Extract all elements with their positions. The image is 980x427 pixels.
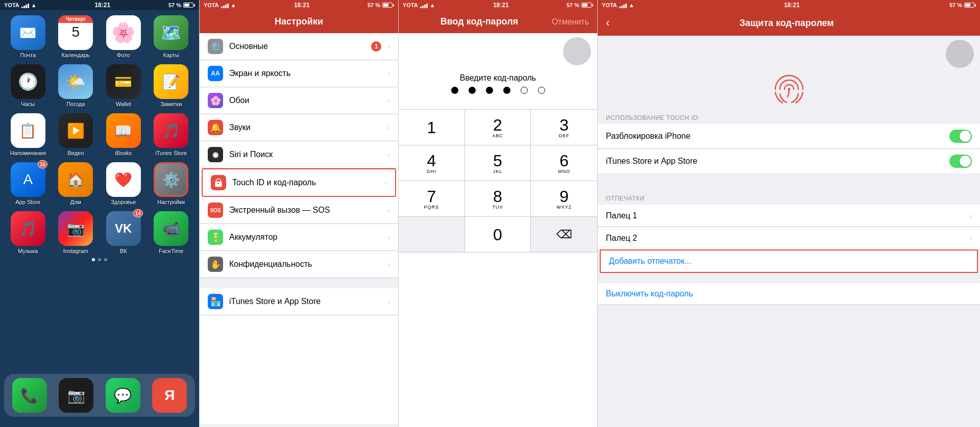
dock: 📞 📷 💬 Я (4, 370, 195, 427)
settings-item-privacy[interactable]: ✋ Конфиденциальность › (200, 251, 398, 278)
itunes-store-item[interactable]: iTunes Store и App Store (598, 149, 980, 173)
dot-3 (486, 87, 493, 94)
app-mail[interactable]: ✉️ Почта (6, 15, 50, 58)
finger2-label: Палец 2 (606, 234, 969, 243)
itunes-toggle[interactable] (949, 155, 972, 168)
settings-item-battery[interactable]: 🔋 Аккумулятор › (200, 224, 398, 251)
finger1-item[interactable]: Палец 1 › (598, 205, 980, 227)
app-clock[interactable]: 🕐 Часы (6, 64, 50, 107)
key-1[interactable]: 1 (399, 110, 465, 145)
key-4[interactable]: 4 GHI (399, 145, 465, 181)
dock-camera[interactable]: 📷 (55, 378, 98, 413)
settings-title: Настройки (275, 16, 323, 27)
app-calendar[interactable]: Четверг 5 Календарь (54, 15, 98, 58)
add-fingerprint-label: Добавить отпечаток... (609, 257, 691, 265)
app-instagram[interactable]: 📷 Instagram (54, 211, 98, 254)
battery-label: Аккумулятор (229, 233, 381, 242)
sos-label: Экстренный вызов — SOS (229, 206, 381, 215)
key-8[interactable]: 8 TUV (465, 181, 531, 217)
app-ibooks[interactable]: 📖 iBooks (102, 113, 145, 156)
app-music[interactable]: 🎵 Музыка (6, 211, 50, 254)
app-videos[interactable]: ▶️ Видео (54, 113, 98, 156)
passcode-top-area (399, 33, 597, 65)
app-notes[interactable]: 📝 Заметки (150, 64, 193, 107)
wifi-icon-p: ▲ (430, 2, 435, 8)
time-settings: 18:21 (294, 2, 310, 9)
app-wallet[interactable]: 💳 Wallet (102, 64, 145, 107)
key-7[interactable]: 7 PQRS (399, 181, 465, 217)
passcode-cancel-btn[interactable]: Отменить (552, 17, 589, 27)
app-grid: ✉️ Почта Четверг 5 Календарь 🌸 Фото 🗺️ К… (4, 15, 195, 254)
settings-item-sounds[interactable]: 🔔 Звуки › (200, 114, 398, 141)
disable-passcode-label: Выключить код-пароль (606, 289, 693, 298)
app-health[interactable]: ❤️ Здоровье (102, 162, 145, 205)
siri-label: Siri и Поиск (229, 150, 381, 159)
settings-screen: YOTA ▲ 18:21 57 % Настройки ⚙️ Основные … (199, 0, 398, 427)
itunes-appstore-chevron: › (387, 297, 390, 306)
sounds-label: Звуки (229, 123, 381, 132)
status-right-t: 57 % (949, 2, 976, 8)
key-0[interactable]: 0 (465, 217, 531, 253)
finger2-item[interactable]: Палец 2 › (598, 227, 980, 249)
app-settings[interactable]: ⚙️ Настройки (150, 162, 193, 205)
itunes-store-label: iTunes Store и App Store (606, 157, 949, 166)
prints-header: ОТПЕЧАТКИ (598, 191, 980, 205)
unlock-iphone-item[interactable]: Разблокировка iPhone (598, 124, 980, 149)
key-9[interactable]: 9 WXYZ (531, 181, 597, 217)
settings-item-display[interactable]: AA Экран и яркость › (200, 60, 398, 87)
battery-chevron: › (387, 233, 390, 241)
passcode-title: Ввод код-пароля (407, 16, 552, 27)
basic-label: Основные (229, 42, 365, 51)
sounds-chevron: › (387, 123, 390, 132)
dock-yandex[interactable]: Я (149, 378, 191, 413)
settings-item-basic[interactable]: ⚙️ Основные 1 › (200, 33, 398, 60)
key-2[interactable]: 2 АВС (465, 110, 531, 145)
passcode-prompt-area: Введите код-пароль (399, 65, 597, 87)
section-gap-1 (598, 173, 980, 191)
passcode-avatar (563, 37, 591, 65)
dot-2 (469, 87, 476, 94)
home-content: ✉️ Почта Четверг 5 Календарь 🌸 Фото 🗺️ К… (0, 10, 199, 427)
back-button[interactable]: ‹ (606, 16, 609, 30)
signal-icon (21, 3, 29, 8)
key-6[interactable]: 6 MNO (531, 145, 597, 181)
app-reminders[interactable]: 📋 Напоминания (6, 113, 50, 156)
status-left: YOTA ▲ (4, 2, 37, 8)
dock-whatsapp[interactable]: 💬 (102, 378, 144, 413)
app-photos[interactable]: 🌸 Фото (102, 15, 145, 58)
status-bar-passcode: YOTA ▲ 18:21 57 % (399, 0, 597, 10)
battery-icon-s (382, 3, 394, 8)
add-fingerprint-item[interactable]: Добавить отпечаток... (600, 249, 978, 273)
key-3[interactable]: 3 DEF (531, 110, 597, 145)
privacy-label: Конфиденциальность (229, 260, 381, 269)
carrier-passcode: YOTA (403, 2, 418, 8)
app-facetime[interactable]: 📹 FaceTime (150, 211, 193, 254)
app-itunes[interactable]: 🎵 iTunes Store (150, 113, 193, 156)
settings-item-wallpaper[interactable]: 🌸 Обои › (200, 87, 398, 114)
status-right-s: 57 % (368, 2, 394, 8)
unlock-toggle[interactable] (949, 130, 972, 143)
app-weather[interactable]: 🌤️ Погода (54, 64, 98, 107)
sounds-icon: 🔔 (208, 120, 223, 135)
app-vk[interactable]: VK 14 ВК (102, 211, 145, 254)
app-maps[interactable]: 🗺️ Карты (150, 15, 193, 58)
settings-item-sos[interactable]: SOS Экстренный вызов — SOS › (200, 197, 398, 224)
settings-item-itunes-appstore[interactable]: 🏪 iTunes Store и App Store › (200, 288, 398, 315)
dock-phone[interactable]: 📞 (8, 378, 51, 413)
settings-item-siri[interactable]: ◉ Siri и Поиск › (200, 141, 398, 168)
disable-passcode-item[interactable]: Выключить код-пароль (598, 283, 980, 305)
wallpaper-chevron: › (387, 96, 390, 105)
key-5[interactable]: 5 JKL (465, 145, 531, 181)
touchid-chevron: › (384, 179, 387, 187)
battery-pct-settings: 57 % (368, 2, 380, 8)
settings-item-touchid[interactable]: Touch ID и код-пароль › (202, 168, 396, 197)
prints-label: ОТПЕЧАТКИ (606, 195, 645, 202)
app-appstore[interactable]: A 16 App Store (6, 162, 50, 205)
display-label: Экран и яркость (229, 69, 381, 78)
key-delete[interactable]: ⌫ (531, 217, 597, 253)
app-home2[interactable]: 🏠 Дом (54, 162, 98, 205)
status-left-t: YOTA ▲ (602, 2, 634, 8)
battery-icon2: 🔋 (208, 230, 223, 245)
battery-pct-home: 57 % (168, 2, 181, 8)
wallpaper-icon: 🌸 (208, 93, 223, 108)
